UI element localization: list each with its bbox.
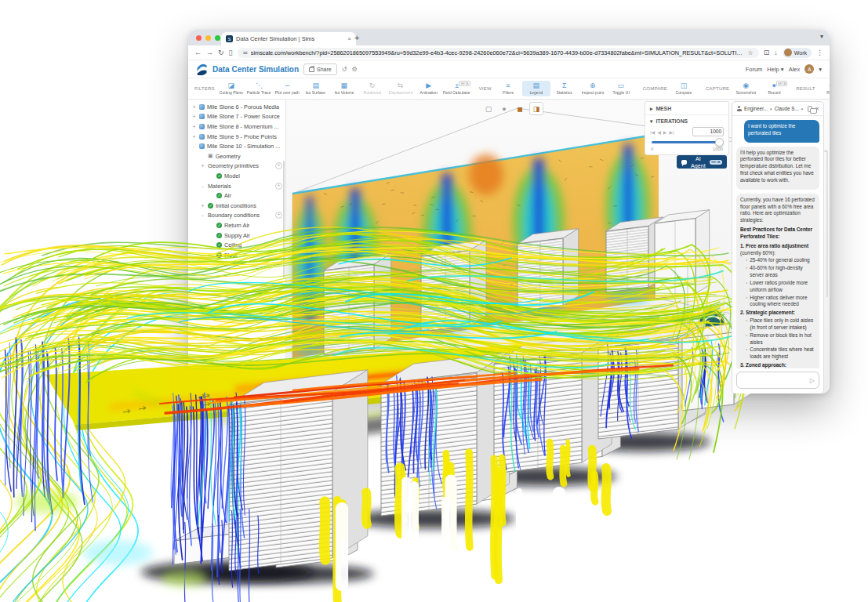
tree-expander-icon[interactable]: - [191, 143, 197, 149]
iteration-playback-controls: |◀ ◀ ▶ ▶| 1000 [645, 126, 728, 137]
step-back-icon[interactable]: ◀ [657, 129, 661, 135]
tree-expander-icon[interactable]: + [200, 203, 205, 209]
tree-item-geometry[interactable]: ▣Geometry [188, 151, 285, 161]
tree-expander-icon[interactable]: + [191, 104, 197, 110]
toolbar-button-label: Cutting Plane [220, 90, 243, 95]
tree-item-materials[interactable]: -Materials+ [188, 181, 285, 191]
tree-item-mile-stone-9-probe-points[interactable]: +Mile Stone 9 - Probe Points [188, 132, 285, 142]
tree-item-geometry-primitives[interactable]: +Geometry primitives+ [188, 161, 285, 172]
tree-item-floor[interactable]: ✓Floor [188, 250, 285, 260]
tree-item-supply-air[interactable]: ✓Supply Air [188, 230, 285, 241]
iteration-slider[interactable] [652, 138, 722, 146]
back-icon[interactable]: ← [194, 49, 202, 56]
toolbar-button-inspect-point[interactable]: ⊕Inspect point [579, 81, 607, 96]
results-toolbar: FILTERS◪Cutting Plane⋱Particle Trace∽Plo… [188, 78, 830, 100]
maximize-window-icon[interactable] [215, 35, 220, 41]
toolbar-button-cutting-plane[interactable]: ◪Cutting Plane [217, 81, 245, 96]
wireframe-cube-button[interactable]: ▢ [482, 103, 495, 114]
tree-item-initial-conditions[interactable]: +✓Initial conditions [188, 201, 285, 211]
add-icon[interactable]: + [275, 162, 282, 169]
persona-select[interactable]: Engineer... [744, 106, 768, 111]
tree-item-air[interactable]: ✓Air [188, 190, 285, 201]
toolbar-button-screenshot[interactable]: ◉Screenshot [732, 81, 760, 96]
forward-icon[interactable]: → [206, 49, 213, 56]
tree-item-mile-stone-8-momentum-[interactable]: +Mile Stone 8 - Momentum ... [188, 121, 285, 132]
browser-menu-icon[interactable]: ⋮ [816, 49, 823, 56]
browser-tab[interactable]: S Data Center Simulation | Sims × [221, 32, 356, 45]
toolbar-button-compare[interactable]: ◫Compare [670, 81, 698, 96]
reload-icon[interactable]: ↻ [218, 49, 224, 56]
toolbar-button-rotational[interactable]: ↻Rotational [358, 81, 387, 96]
skip-start-icon[interactable]: |◀ [650, 129, 655, 135]
share-button[interactable]: Share [303, 63, 337, 75]
history-icon[interactable]: ↺ [342, 66, 347, 73]
help-menu[interactable]: Help ▾ [767, 66, 783, 73]
section-cube-button[interactable]: ◨ [529, 102, 543, 115]
solid-cube-button[interactable]: ◼ [514, 103, 526, 114]
step-forward-icon[interactable]: ▶ [663, 129, 667, 135]
new-tab-button[interactable]: + [354, 33, 359, 42]
mesh-section-header[interactable]: ▸ MESH [645, 103, 728, 114]
skip-end-icon[interactable]: ▶| [669, 129, 674, 135]
settings-gear-icon[interactable]: ⚙ [351, 66, 357, 73]
tree-item-return-air[interactable]: ✓Return Air [188, 220, 285, 230]
milestone-icon [199, 114, 205, 119]
add-icon[interactable]: + [275, 183, 282, 190]
iteration-value-input[interactable]: 1000 [692, 127, 724, 136]
toolbar-button-plot-over-path[interactable]: ∽Plot over path [274, 81, 302, 96]
toolbar-button-reset[interactable]: ↺Reset [818, 81, 830, 96]
downloads-icon[interactable]: ↓ [774, 49, 778, 56]
iterations-section-header[interactable]: ▾ ITERATIONS [645, 116, 728, 126]
send-icon[interactable]: ▷ [810, 377, 815, 384]
toolbar-button-displacement[interactable]: ⇆Displacement [387, 81, 415, 96]
toolbar-button-statistics[interactable]: ΣStatistics [550, 81, 579, 96]
toolbar-button-record[interactable]: ●RecordBETA [760, 81, 788, 96]
toolbar-button-filters[interactable]: ≡Filters [494, 81, 522, 96]
tree-expander-icon[interactable]: - [200, 183, 205, 189]
bookmark-star-icon[interactable]: ☆ [748, 49, 754, 56]
minimize-window-icon[interactable] [205, 35, 211, 41]
address-bar[interactable]: ⚌ simscale.com/workbench/?pid=2586201865… [238, 48, 759, 58]
toolbar-button-particle-trace[interactable]: ⋱Particle Trace [245, 81, 274, 96]
toolbar-button-iso-volume[interactable]: ▦Iso Volume [330, 81, 358, 96]
tree-expander-icon[interactable]: - [200, 212, 205, 218]
user-menu-chevron-icon[interactable]: ▾ [819, 66, 822, 73]
toolbar-button-animation[interactable]: ▶Animation [415, 81, 443, 96]
toolbar-button-legend[interactable]: ▤Legend [522, 81, 550, 96]
tree-item-boundary-conditions[interactable]: -Boundary conditions+ [188, 211, 285, 221]
tree-expander-icon[interactable]: + [200, 163, 205, 169]
simulation-tree-panel: +Mile Stone 6 - Porous Media+Mile Stone … [188, 100, 286, 393]
tab-search-chevron-icon[interactable]: ▾ [820, 33, 823, 40]
tree-item-mile-stone-7-power-source[interactable]: +Mile Stone 7 - Power Source [188, 112, 285, 122]
reading-list-icon[interactable]: ▯ [229, 49, 233, 56]
tree-expander-icon[interactable]: + [191, 134, 197, 140]
forum-link[interactable]: Forum [746, 66, 763, 73]
project-title: Data Center Simulation [212, 65, 299, 74]
tree-item-label: Initial conditions [216, 202, 256, 209]
toolbar-button-field-calculator[interactable]: ±Field CalculatorBETA [443, 81, 471, 96]
model-select[interactable]: Claude S... [775, 106, 799, 111]
tree-item-mile-stone-6-porous-media[interactable]: +Mile Stone 6 - Porous Media [188, 102, 285, 112]
profile-chip[interactable]: Work [783, 48, 812, 58]
tree-item-ceiling[interactable]: ✓Ceiling [188, 240, 285, 250]
extensions-icon[interactable]: ⊡ [764, 49, 770, 56]
globe-button[interactable]: ● [498, 103, 510, 114]
tab-close-icon[interactable]: × [347, 35, 351, 42]
toolbar-button-label: Animation [419, 90, 437, 95]
tree-item-model[interactable]: ✓Model [188, 171, 285, 181]
tree-scrollbar[interactable] [283, 161, 285, 278]
tree-item-mile-stone-10-simulation-[interactable]: -Mile Stone 10 - Simulation ... [188, 141, 285, 151]
user-avatar[interactable]: A [804, 64, 814, 74]
slider-track[interactable] [652, 141, 722, 143]
toolbar-button-iso-surface[interactable]: ▤Iso Surface [302, 81, 330, 96]
slider-knob[interactable] [715, 138, 724, 147]
site-settings-icon[interactable]: ⚌ [243, 49, 248, 56]
ai-agent-button[interactable]: AI Agent BETA [677, 155, 727, 169]
tree-expander-icon[interactable]: + [191, 124, 197, 129]
tree-expander-icon[interactable]: + [191, 114, 197, 119]
add-icon[interactable]: + [275, 212, 282, 219]
chat-input[interactable] [741, 377, 810, 384]
toolbar-button-toggle-ui[interactable]: ▭Toggle UI [607, 81, 635, 96]
conversations-icon[interactable] [808, 106, 812, 112]
close-window-icon[interactable] [196, 35, 202, 41]
